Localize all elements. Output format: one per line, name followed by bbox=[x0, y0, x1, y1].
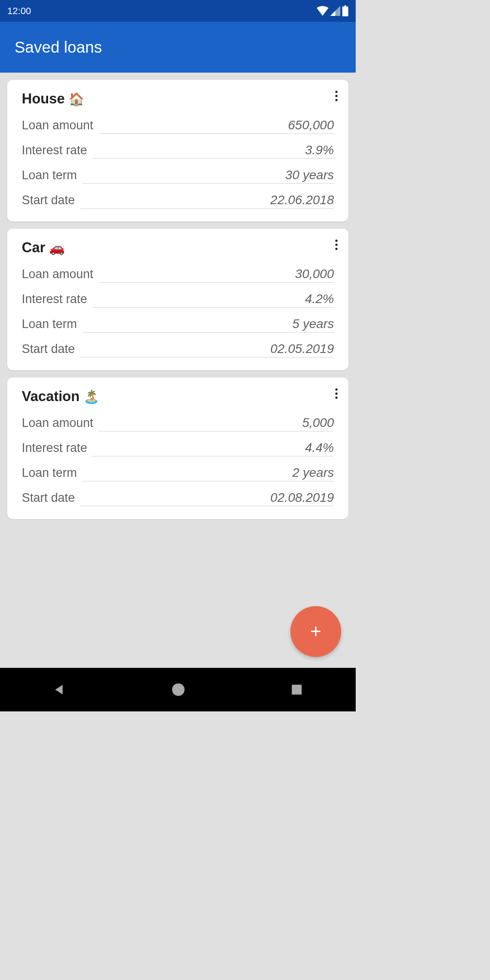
field-label: Loan term bbox=[22, 466, 77, 480]
loan-term-row: Loan term 2 years bbox=[22, 466, 334, 481]
recents-button[interactable] bbox=[291, 684, 303, 696]
loans-list: House 🏠 Loan amount 650,000 Interest rat… bbox=[0, 73, 356, 526]
car-icon: 🚗 bbox=[49, 240, 65, 255]
loan-term-row: Loan term 5 years bbox=[22, 317, 334, 333]
loan-title: House 🏠 bbox=[22, 91, 84, 107]
start-date-value: 02.05.2019 bbox=[270, 342, 334, 356]
interest-rate-value: 4.2% bbox=[305, 292, 334, 306]
more-options-button[interactable] bbox=[332, 87, 341, 105]
field-label: Interest rate bbox=[22, 292, 87, 306]
loan-term-value: 2 years bbox=[292, 466, 334, 480]
back-button[interactable] bbox=[53, 683, 66, 696]
loan-title: Vacation 🏝️ bbox=[22, 388, 99, 405]
loan-term-row: Loan term 30 years bbox=[22, 168, 334, 184]
svg-point-2 bbox=[172, 683, 185, 696]
loan-amount-row: Loan amount 30,000 bbox=[22, 267, 334, 283]
add-loan-button[interactable]: + bbox=[290, 606, 341, 657]
loan-title: Car 🚗 bbox=[22, 240, 65, 256]
start-date-value: 22.06.2018 bbox=[270, 193, 334, 207]
field-label: Loan amount bbox=[22, 416, 93, 430]
field-label: Start date bbox=[22, 491, 75, 505]
field-label: Interest rate bbox=[22, 143, 87, 157]
battery-icon bbox=[342, 5, 348, 16]
square-recents-icon bbox=[291, 684, 303, 696]
loan-amount-value: 30,000 bbox=[295, 267, 334, 281]
app-bar: Saved loans bbox=[0, 22, 356, 73]
more-vertical-icon bbox=[335, 388, 338, 399]
triangle-back-icon bbox=[53, 683, 66, 696]
interest-rate-value: 4.4% bbox=[305, 441, 334, 455]
svg-rect-0 bbox=[342, 6, 348, 16]
loan-card[interactable]: Car 🚗 Loan amount 30,000 Interest rate 4… bbox=[7, 229, 348, 370]
field-label: Loan term bbox=[22, 317, 77, 331]
interest-rate-row: Interest rate 4.2% bbox=[22, 292, 334, 308]
field-label: Interest rate bbox=[22, 441, 87, 455]
loan-term-value: 30 years bbox=[285, 168, 334, 182]
more-options-button[interactable] bbox=[332, 236, 341, 254]
circle-home-icon bbox=[172, 683, 185, 696]
status-bar: 12:00 bbox=[0, 0, 356, 22]
interest-rate-row: Interest rate 3.9% bbox=[22, 143, 334, 159]
plus-icon: + bbox=[310, 621, 322, 642]
start-date-row: Start date 22.06.2018 bbox=[22, 193, 334, 209]
loan-amount-value: 5,000 bbox=[302, 416, 334, 430]
loan-amount-row: Loan amount 650,000 bbox=[22, 118, 334, 134]
start-date-value: 02.08.2019 bbox=[270, 490, 334, 505]
island-icon: 🏝️ bbox=[83, 389, 99, 404]
home-button[interactable] bbox=[172, 683, 185, 696]
field-label: Loan amount bbox=[22, 118, 93, 132]
page-title: Saved loans bbox=[15, 38, 102, 56]
svg-rect-3 bbox=[292, 685, 302, 695]
field-label: Loan term bbox=[22, 168, 77, 182]
status-time: 12:00 bbox=[7, 5, 31, 16]
loan-amount-value: 650,000 bbox=[288, 118, 334, 132]
loan-card[interactable]: Vacation 🏝️ Loan amount 5,000 Interest r… bbox=[7, 377, 348, 519]
interest-rate-value: 3.9% bbox=[305, 143, 334, 157]
start-date-row: Start date 02.05.2019 bbox=[22, 342, 334, 358]
more-vertical-icon bbox=[335, 91, 338, 101]
svg-rect-1 bbox=[344, 5, 346, 7]
house-icon: 🏠 bbox=[69, 92, 84, 107]
field-label: Start date bbox=[22, 193, 75, 207]
loan-amount-row: Loan amount 5,000 bbox=[22, 416, 334, 431]
signal-icon bbox=[330, 6, 340, 16]
field-label: Start date bbox=[22, 342, 75, 356]
loan-card[interactable]: House 🏠 Loan amount 650,000 Interest rat… bbox=[7, 80, 348, 221]
more-options-button[interactable] bbox=[332, 385, 341, 402]
start-date-row: Start date 02.08.2019 bbox=[22, 490, 334, 506]
status-icons bbox=[317, 5, 348, 16]
loan-term-value: 5 years bbox=[292, 317, 334, 331]
navigation-bar bbox=[0, 668, 356, 711]
field-label: Loan amount bbox=[22, 267, 93, 281]
more-vertical-icon bbox=[335, 240, 338, 250]
interest-rate-row: Interest rate 4.4% bbox=[22, 441, 334, 456]
wifi-icon bbox=[317, 6, 328, 16]
